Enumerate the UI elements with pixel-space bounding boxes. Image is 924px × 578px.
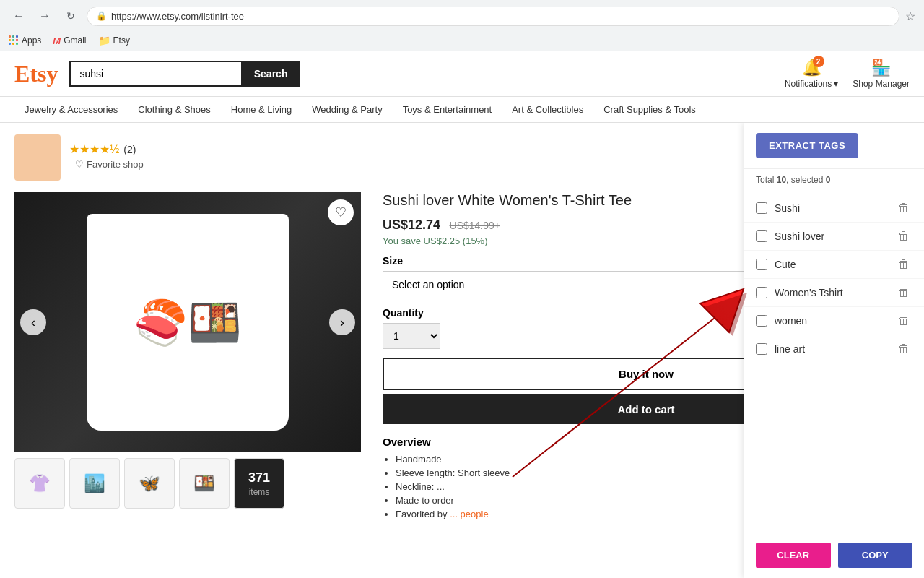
total-info: Total 10, selected 0 [744,169,924,191]
sushi-design: 🍣🍱 [134,297,242,348]
nav-item-wedding[interactable]: Wedding & Party [302,97,392,122]
tag-delete-sushi[interactable]: 🗑 [895,200,912,216]
etsy-bookmark-icon: 📁 [98,35,110,46]
shop-icon: 🏪 [871,59,891,77]
gmail-icon: M [53,35,61,46]
shop-rating: ★★★★½ (2) [69,142,149,156]
tag-label-women: women [775,315,888,327]
browser-chrome: ← → ↻ 🔒 https://www.etsy.com/listinirt-t… [0,0,924,51]
extract-tags-button[interactable]: EXTRACT TAGS [756,133,858,158]
quantity-select[interactable]: 1 2 3 [383,323,440,349]
url-text: https://www.etsy.com/listinirt-tee [111,11,244,22]
tag-item-cute: Cute 🗑 [744,251,924,279]
people-link[interactable]: ... people [450,509,489,519]
etsy-bookmark-label: Etsy [113,35,130,46]
apps-label: Apps [22,35,41,46]
tag-label-line-art: line art [775,343,888,355]
sidebar-footer: CLEAR COPY [744,532,924,578]
tag-label-sushi-lover: Sushi lover [775,230,888,242]
selected-label: selected [791,175,824,185]
etsy-bookmark[interactable]: 📁 Etsy [98,35,130,46]
current-price: US$12.74 [383,217,440,232]
header-right: 🔔 2 Notifications ▾ 🏪 Shop Manager [785,59,910,89]
tag-delete-sushi-lover[interactable]: 🗑 [895,228,912,244]
tag-delete-womens-tshirt[interactable]: 🗑 [895,285,912,301]
image-next-button[interactable]: › [329,309,355,335]
tag-checkbox-cute[interactable] [756,259,767,270]
tag-checkbox-sushi[interactable] [756,202,767,214]
tshirt-visual: 🍣🍱 [87,214,289,431]
tag-delete-women[interactable]: 🗑 [895,313,912,329]
etsy-nav: Jewelry & Accessories Clothing & Shoes H… [0,97,924,123]
notification-badge: 2 [813,56,824,67]
search-input[interactable] [69,61,240,87]
shop-avatar [14,134,61,181]
shop-manager-label: Shop Manager [853,79,910,89]
tag-label-sushi: Sushi [775,202,888,214]
thumbnail-items[interactable]: 371 items [234,458,284,509]
gmail-label: Gmail [64,35,86,46]
thumbnail-row: 👚 🏙️ 🦋 🍱 371 items [14,458,361,509]
clear-button[interactable]: CLEAR [756,543,831,568]
address-bar[interactable]: 🔒 https://www.etsy.com/listinirt-tee [87,7,899,26]
shop-manager-button[interactable]: 🏪 Shop Manager [853,59,910,89]
total-label: Total [756,175,774,185]
tag-item-sushi-lover: Sushi lover 🗑 [744,223,924,251]
nav-item-jewelry[interactable]: Jewelry & Accessories [14,97,128,122]
items-label: items [249,487,270,497]
tag-item-line-art: line art 🗑 [744,335,924,363]
back-button[interactable]: ← [9,6,29,26]
tag-item-womens-tshirt: Women's Tshirt 🗑 [744,279,924,307]
nav-item-craft[interactable]: Craft Supplies & Tools [593,97,706,122]
copy-button[interactable]: COPY [838,543,913,568]
etsy-header: Etsy Search 🔔 2 Notifications ▾ 🏪 Shop M… [0,51,924,97]
tag-checkbox-womens-tshirt[interactable] [756,287,767,298]
tag-checkbox-line-art[interactable] [756,343,767,355]
bookmark-star-icon[interactable]: ☆ [905,9,915,23]
etsy-logo[interactable]: Etsy [14,61,58,87]
rating-count: (2) [123,144,136,155]
forward-button[interactable]: → [35,6,55,26]
bell-icon: 🔔 2 [802,59,821,77]
main-product-image: 🍣🍱 ‹ › ♡ [14,192,361,452]
tags-list: Sushi 🗑 Sushi lover 🗑 Cute 🗑 Women's Tsh… [744,191,924,532]
tag-checkbox-women[interactable] [756,315,767,327]
search-button[interactable]: Search [241,61,301,87]
tag-item-sushi: Sushi 🗑 [744,194,924,223]
thumbnail-2[interactable]: 🏙️ [69,458,120,509]
product-images: 🍣🍱 ‹ › ♡ 👚 🏙️ 🦋 🍱 371 items [14,192,361,522]
image-prev-button[interactable]: ‹ [20,309,46,335]
thumbnail-3[interactable]: 🦋 [124,458,175,509]
tag-label-womens-tshirt: Women's Tshirt [775,287,888,298]
tag-label-cute: Cute [775,259,888,270]
nav-item-toys[interactable]: Toys & Entertainment [393,97,502,122]
nav-item-clothing[interactable]: Clothing & Shoes [128,97,220,122]
sidebar-panel: EXTRACT TAGS Total 10, selected 0 Sushi … [744,123,924,578]
gmail-bookmark[interactable]: M Gmail [53,35,86,46]
heart-icon: ♡ [75,159,84,170]
selected-count: 0 [826,175,831,185]
tag-item-women: women 🗑 [744,307,924,335]
total-count: 10 [777,175,786,185]
notifications-button[interactable]: 🔔 2 Notifications ▾ [785,59,838,89]
star-rating-icon: ★★★★½ [69,142,119,156]
favorite-shop-button[interactable]: ♡ Favorite shop [69,156,149,173]
chevron-down-icon: ▾ [834,79,838,89]
tag-delete-line-art[interactable]: 🗑 [895,341,912,357]
original-price: US$14.99+ [450,220,500,231]
thumbnail-1[interactable]: 👚 [14,458,65,509]
notifications-label: Notifications ▾ [785,79,838,89]
nav-item-home[interactable]: Home & Living [221,97,302,122]
sidebar-top: EXTRACT TAGS [744,123,924,169]
favorite-item-button[interactable]: ♡ [328,199,354,225]
tag-delete-cute[interactable]: 🗑 [895,256,912,272]
nav-item-art[interactable]: Art & Collectibles [502,97,593,122]
reload-button[interactable]: ↻ [61,6,81,26]
search-bar: Search [69,61,300,87]
apps-bookmark[interactable]: Apps [9,35,41,46]
lock-icon: 🔒 [96,11,107,21]
tag-checkbox-sushi-lover[interactable] [756,230,767,242]
items-count: 371 [248,470,270,486]
thumbnail-4[interactable]: 🍱 [179,458,230,509]
